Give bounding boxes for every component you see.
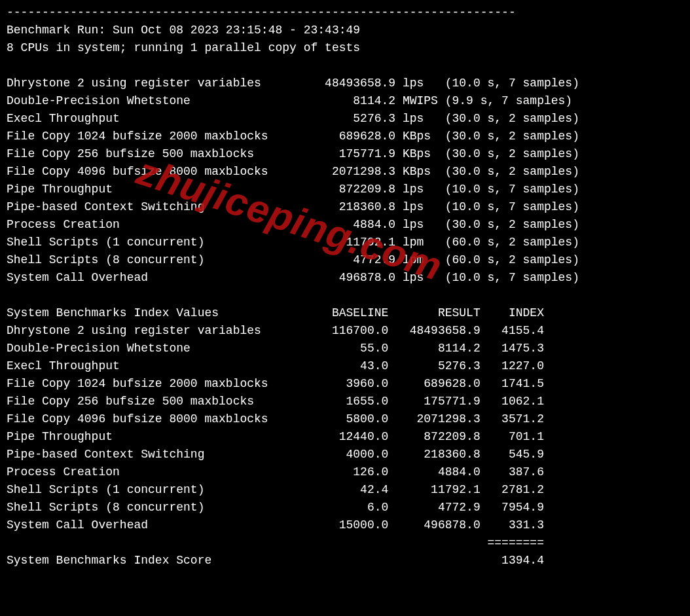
benchmark-run-header: Benchmark Run: Sun Oct 08 2023 23:15:48 … (7, 22, 683, 39)
terminal-output[interactable]: ----------------------------------------… (0, 0, 690, 573)
index-row: Shell Scripts (8 concurrent) 6.0 4772.9 … (7, 499, 683, 516)
index-row: Process Creation 126.0 4884.0 387.6 (7, 463, 683, 481)
test-result-line: File Copy 1024 bufsize 2000 maxblocks 68… (7, 128, 683, 145)
test-results-block: Dhrystone 2 using register variables 484… (7, 75, 683, 287)
blank-line (7, 287, 683, 304)
score-line: System Benchmarks Index Score 1394.4 (7, 552, 683, 570)
test-result-line: System Call Overhead 496878.0 lps (10.0 … (7, 269, 683, 287)
index-row: File Copy 1024 bufsize 2000 maxblocks 39… (7, 375, 683, 393)
index-row: Dhrystone 2 using register variables 116… (7, 322, 683, 340)
index-row: Pipe-based Context Switching 4000.0 2183… (7, 446, 683, 463)
index-row: Double-Precision Whetstone 55.0 8114.2 1… (7, 340, 683, 357)
index-row: Shell Scripts (1 concurrent) 42.4 11792.… (7, 481, 683, 499)
test-result-line: Shell Scripts (8 concurrent) 4772.9 lpm … (7, 251, 683, 269)
test-result-line: Process Creation 4884.0 lps (30.0 s, 2 s… (7, 216, 683, 234)
test-result-line: Double-Precision Whetstone 8114.2 MWIPS … (7, 92, 683, 110)
index-row: Execl Throughput 43.0 5276.3 1227.0 (7, 357, 683, 375)
index-row: Pipe Throughput 12440.0 872209.8 701.1 (7, 428, 683, 446)
separator-line: ----------------------------------------… (7, 4, 683, 22)
test-result-line: File Copy 4096 bufsize 8000 maxblocks 20… (7, 163, 683, 181)
cpu-info-line: 8 CPUs in system; running 1 parallel cop… (7, 39, 683, 57)
test-result-line: File Copy 256 bufsize 500 maxblocks 1757… (7, 145, 683, 163)
score-divider-line: ======== (7, 534, 683, 552)
index-row: System Call Overhead 15000.0 496878.0 33… (7, 516, 683, 534)
test-result-line: Pipe Throughput 872209.8 lps (10.0 s, 7 … (7, 181, 683, 198)
blank-line (7, 57, 683, 75)
index-values-block: Dhrystone 2 using register variables 116… (7, 322, 683, 534)
test-result-line: Shell Scripts (1 concurrent) 11792.1 lpm… (7, 234, 683, 251)
test-result-line: Pipe-based Context Switching 218360.8 lp… (7, 198, 683, 216)
index-row: File Copy 4096 bufsize 8000 maxblocks 58… (7, 410, 683, 428)
test-result-line: Dhrystone 2 using register variables 484… (7, 75, 683, 92)
index-header-line: System Benchmarks Index Values BASELINE … (7, 304, 683, 322)
test-result-line: Execl Throughput 5276.3 lps (30.0 s, 2 s… (7, 110, 683, 128)
index-row: File Copy 256 bufsize 500 maxblocks 1655… (7, 393, 683, 410)
